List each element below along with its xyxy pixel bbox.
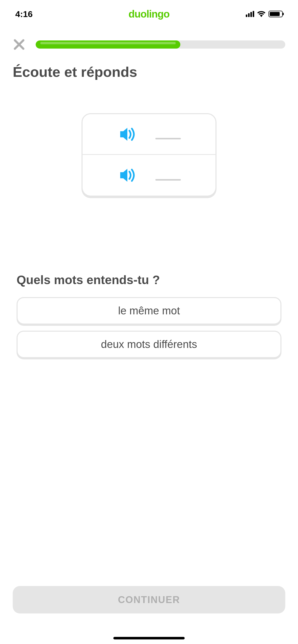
progress-section [0, 28, 298, 58]
speaker-icon [117, 165, 138, 185]
speaker-icon [117, 124, 138, 144]
close-icon [13, 38, 25, 51]
audio-card [82, 113, 216, 197]
answer-option-2[interactable]: deux mots différents [17, 331, 281, 358]
answer-option-1[interactable]: le même mot [17, 297, 281, 325]
progress-bar [36, 40, 285, 49]
continue-button[interactable]: CONTINUER [13, 586, 285, 613]
answer-options: le même mot deux mots différents [0, 287, 298, 368]
battery-icon [268, 11, 283, 17]
audio-play-button-2[interactable] [83, 155, 215, 196]
cellular-signal-icon [246, 11, 254, 17]
progress-fill [36, 40, 180, 49]
home-indicator[interactable] [113, 637, 185, 639]
audio-word-blank-1 [155, 138, 181, 139]
exercise-title: Écoute et réponds [0, 58, 298, 85]
app-logo: duolingo [129, 8, 170, 20]
status-time: 4:16 [15, 9, 66, 19]
question-text: Quels mots entends-tu ? [0, 273, 298, 287]
status-bar: 4:16 duolingo [0, 0, 298, 28]
audio-play-button-1[interactable] [83, 114, 215, 155]
status-icons [246, 11, 283, 17]
continue-section: CONTINUER [0, 586, 298, 613]
audio-card-wrapper [0, 113, 298, 197]
audio-word-blank-2 [155, 179, 181, 181]
wifi-icon [257, 11, 265, 17]
close-button[interactable] [13, 38, 25, 51]
